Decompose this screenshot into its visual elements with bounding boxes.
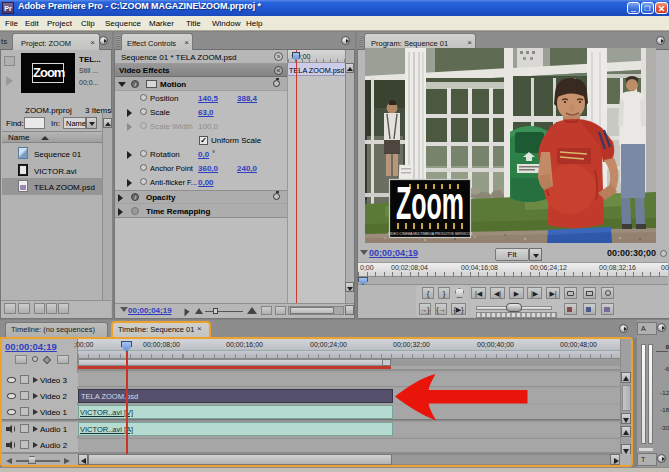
svg-text:Zoom: Zoom (396, 177, 464, 229)
svg-text:VIDEO CINEMA MULTIMEDIA PRODUT: VIDEO CINEMA MULTIMEDIA PRODUTOS SERVICO… (388, 232, 473, 236)
